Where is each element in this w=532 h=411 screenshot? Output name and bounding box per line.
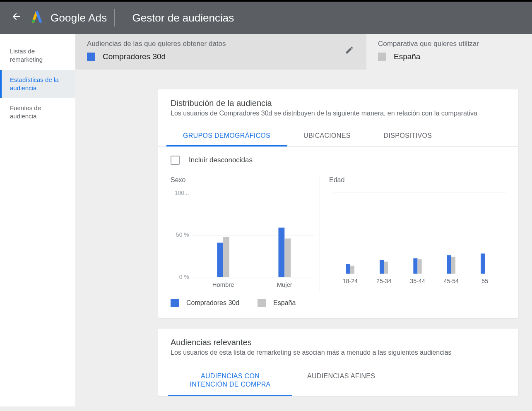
sidebar: Listas de remarketing Estadísticas de la… [0,34,75,406]
svg-rect-23 [447,255,451,274]
svg-point-0 [32,19,35,23]
audience-selector[interactable]: Audiencias de las que quieres obtener da… [75,34,366,70]
sidebar-item-remarketing[interactable]: Listas de remarketing [0,41,75,70]
tab-locations[interactable]: UBICACIONES [287,127,367,146]
chart-legend: Compradores 30d España [171,299,506,307]
svg-rect-21 [418,259,422,274]
svg-text:Hombre: Hombre [212,281,234,288]
back-arrow-icon[interactable] [12,12,22,24]
dist-subtitle: Los usuarios de Compradores 30d se distr… [171,110,506,117]
svg-rect-17 [380,260,384,274]
svg-rect-14 [346,264,350,274]
benchmark-value: España [394,52,420,61]
legend-gray-square [258,299,266,307]
include-unknown-checkbox[interactable] [171,156,180,165]
dist-tabs: GRUPOS DEMOGRÁFICOS UBICACIONES DISPOSIT… [158,127,518,147]
tab-demographics[interactable]: GRUPOS DEMOGRÁFICOS [166,127,287,147]
tab-devices[interactable]: DISPOSITIVOS [367,127,449,146]
distribution-card: Distribución de la audiencia Los usuario… [158,89,518,318]
svg-rect-10 [278,228,284,277]
relevant-title: Audiencias relevantes [171,338,506,347]
svg-text:50 %: 50 % [176,232,189,238]
svg-rect-20 [413,258,417,274]
sidebar-item-sources[interactable]: Fuentes de audiencia [0,98,75,127]
relevant-tabs: AUDIENCIAS CON INTENCIÓN DE COMPRA AUDIE… [158,366,518,396]
chart-age: 18-2425-3435-4445-5455 [329,190,506,286]
chart-sex: 0 %50 %100...HombreMujer [171,190,320,291]
svg-text:45-54: 45-54 [444,278,459,284]
benchmark-selector-label: Comparativa que quieres utilizar [378,40,520,48]
legend-label-2: España [273,299,296,307]
benchmark-color-chip [378,53,386,61]
svg-text:Mujer: Mujer [277,281,292,288]
relevant-subtitle: Los usuarios de esta lista de remarketin… [171,349,506,356]
audience-color-chip [87,53,95,61]
selector-bar: Audiencias de las que quieres obtener da… [75,34,532,70]
app-header: Google Ads Gestor de audiencias [0,2,532,34]
benchmark-selector[interactable]: Comparativa que quieres utilizar España [366,34,532,70]
svg-rect-7 [217,243,223,277]
audience-value: Compradores 30d [103,52,166,61]
svg-rect-15 [350,266,354,274]
svg-text:0 %: 0 % [179,274,189,280]
svg-rect-8 [223,237,229,277]
chart-sex-title: Sexo [171,176,320,184]
sidebar-item-stats[interactable]: Estadísticas de la audiencia [0,70,75,99]
google-ads-logo-icon [31,11,43,25]
page-title: Gestor de audiencias [132,12,234,24]
legend-label-1: Compradores 30d [186,299,239,307]
svg-text:55: 55 [481,278,488,284]
svg-rect-26 [481,254,485,274]
svg-rect-11 [284,238,291,277]
tab-in-market[interactable]: AUDIENCIAS CON INTENCIÓN DE COMPRA [168,366,292,396]
pencil-icon[interactable] [345,46,354,57]
include-unknown-label: Incluir desconocidas [189,156,253,164]
dist-title: Distribución de la audiencia [171,99,506,108]
chart-age-title: Edad [329,176,506,184]
svg-text:25-34: 25-34 [376,278,391,284]
svg-text:35-44: 35-44 [410,278,425,284]
svg-rect-24 [451,257,455,274]
header-divider [114,9,115,26]
svg-text:18-24: 18-24 [343,278,358,284]
relevant-card: Audiencias relevantes Los usuarios de es… [158,329,518,396]
brand-text: Google Ads [51,12,107,24]
legend-blue-square [171,299,179,307]
svg-rect-18 [384,262,388,274]
audience-selector-label: Audiencias de las que quieres obtener da… [87,40,355,48]
tab-affinity[interactable]: AUDIENCIAS AFINES [292,366,390,396]
svg-text:100...: 100... [175,190,189,196]
